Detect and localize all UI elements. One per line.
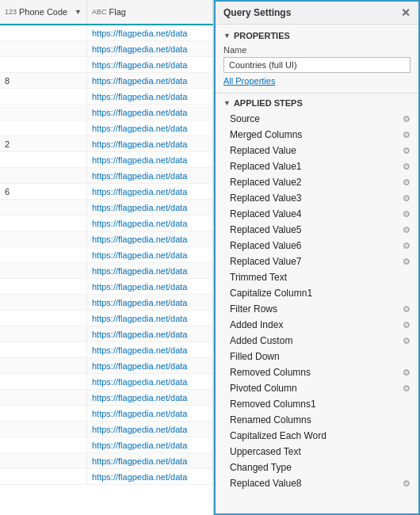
step-item[interactable]: Replaced Value6⚙: [216, 238, 418, 254]
step-item[interactable]: Replaced Value5⚙: [216, 222, 418, 238]
gear-icon[interactable]: ⚙: [403, 130, 410, 140]
step-name: Filled Down: [230, 351, 280, 362]
step-item[interactable]: Replaced Value1⚙: [216, 158, 418, 174]
table-row: https://flagpedia.net/data: [0, 311, 213, 326]
table-row: https://flagpedia.net/data: [0, 216, 213, 231]
col-label-flag: Flag: [109, 7, 126, 17]
step-name: Pivoted Column: [230, 383, 297, 394]
cell-phone-code: [0, 263, 87, 278]
step-item[interactable]: Replaced Value3⚙: [216, 190, 418, 206]
gear-icon[interactable]: ⚙: [403, 304, 410, 315]
step-item[interactable]: Trimmed Text⚙: [216, 269, 418, 285]
step-name: Changed Type: [230, 462, 292, 473]
gear-icon[interactable]: ⚙: [403, 383, 410, 394]
gear-icon[interactable]: ⚙: [403, 368, 410, 378]
step-item[interactable]: Uppercased Text⚙: [216, 444, 418, 460]
gear-icon[interactable]: ⚙: [403, 320, 410, 330]
cell-phone-code: [0, 295, 87, 310]
step-item[interactable]: Filter Rows⚙: [216, 301, 418, 317]
step-name: Capitalize Column1: [230, 288, 312, 299]
close-button[interactable]: ✕: [401, 6, 410, 19]
cell-phone-code: 2: [0, 136, 87, 151]
query-name-input[interactable]: [223, 57, 410, 73]
cell-phone-code: [0, 469, 87, 484]
step-name: Capitalized Each Word: [230, 430, 326, 441]
cell-phone-code: [0, 437, 87, 452]
step-item[interactable]: Removed Columns1⚙: [216, 396, 418, 412]
gear-icon[interactable]: ⚙: [403, 241, 410, 251]
column-header-flag[interactable]: ABC Flag: [87, 0, 213, 24]
step-item[interactable]: Capitalized Each Word⚙: [216, 428, 418, 444]
step-item[interactable]: Capitalize Column1⚙: [216, 285, 418, 301]
step-item[interactable]: Pivoted Column⚙: [216, 380, 418, 396]
gear-icon[interactable]: ⚙: [403, 336, 410, 346]
cell-phone-code: [0, 422, 87, 437]
gear-icon[interactable]: ⚙: [403, 257, 410, 267]
step-name: Uppercased Text: [230, 446, 301, 457]
gear-icon[interactable]: ⚙: [403, 225, 410, 235]
step-name: Replaced Value1: [230, 161, 302, 172]
step-name: Replaced Value2: [230, 177, 302, 188]
step-item[interactable]: Changed Type⚙: [216, 460, 418, 475]
applied-steps-section: ▼ APPLIED STEPS Source⚙Merged Columns⚙Re…: [216, 93, 418, 513]
step-item[interactable]: Source⚙: [216, 111, 418, 127]
cell-flag-url: https://flagpedia.net/data: [87, 469, 213, 484]
step-name: Trimmed Text: [230, 272, 287, 283]
panel-title-bar: Query Settings ✕: [216, 2, 418, 25]
type-icon-phone: 123: [5, 8, 17, 16]
step-item[interactable]: Merged Columns⚙: [216, 127, 418, 143]
table-row: https://flagpedia.net/data: [0, 263, 213, 279]
gear-icon[interactable]: ⚙: [403, 193, 410, 204]
cell-phone-code: [0, 216, 87, 231]
step-name: Removed Columns: [230, 367, 311, 378]
step-name: Replaced Value8: [230, 478, 302, 489]
step-item[interactable]: Replaced Value8⚙: [216, 475, 418, 491]
step-item[interactable]: Added Index⚙: [216, 317, 418, 333]
table-row: 8https://flagpedia.net/data: [0, 73, 213, 89]
cell-phone-code: [0, 105, 87, 120]
name-label: Name: [223, 45, 410, 55]
cell-flag-url: https://flagpedia.net/data: [87, 57, 213, 72]
gear-icon[interactable]: ⚙: [403, 209, 410, 219]
cell-flag-url: https://flagpedia.net/data: [87, 231, 213, 246]
cell-flag-url: https://flagpedia.net/data: [87, 295, 213, 310]
gear-icon[interactable]: ⚙: [403, 162, 410, 172]
step-item[interactable]: Removed Columns⚙: [216, 364, 418, 380]
step-item[interactable]: Replaced Value4⚙: [216, 206, 418, 222]
gear-icon[interactable]: ⚙: [403, 479, 410, 489]
gear-icon[interactable]: ⚙: [403, 146, 410, 156]
gear-icon[interactable]: ⚙: [403, 177, 410, 188]
step-item[interactable]: Replaced Value7⚙: [216, 254, 418, 269]
cell-flag-url: https://flagpedia.net/data: [87, 136, 213, 151]
cell-phone-code: [0, 390, 87, 405]
step-item[interactable]: Added Custom⚙: [216, 333, 418, 349]
table-row: https://flagpedia.net/data: [0, 469, 213, 485]
data-table: 123 Phone Code ▼ ABC Flag https://flagpe…: [0, 0, 214, 515]
step-name: Renamed Columns: [230, 414, 311, 425]
table-rows: https://flagpedia.net/datahttps://flagpe…: [0, 25, 213, 515]
triangle-icon: ▼: [223, 32, 231, 40]
step-name: Added Custom: [230, 335, 292, 346]
table-row: https://flagpedia.net/data: [0, 168, 213, 184]
cell-phone-code: [0, 57, 87, 72]
step-item[interactable]: Filled Down⚙: [216, 349, 418, 364]
column-header-phone-code[interactable]: 123 Phone Code ▼: [0, 0, 87, 24]
step-name: Replaced Value3: [230, 193, 302, 204]
step-item[interactable]: Replaced Value⚙: [216, 143, 418, 158]
step-item[interactable]: Replaced Value2⚙: [216, 174, 418, 190]
cell-flag-url: https://flagpedia.net/data: [87, 453, 213, 468]
cell-phone-code: [0, 279, 87, 294]
table-row: https://flagpedia.net/data: [0, 406, 213, 422]
gear-icon[interactable]: ⚙: [403, 114, 410, 124]
panel-title-text: Query Settings: [223, 7, 291, 18]
cell-phone-code: [0, 200, 87, 215]
all-properties-link[interactable]: All Properties: [223, 76, 275, 86]
filter-icon-phone[interactable]: ▼: [74, 8, 82, 16]
table-row: https://flagpedia.net/data: [0, 105, 213, 120]
table-row: https://flagpedia.net/data: [0, 374, 213, 390]
cell-phone-code: [0, 406, 87, 421]
cell-flag-url: https://flagpedia.net/data: [87, 105, 213, 120]
cell-flag-url: https://flagpedia.net/data: [87, 247, 213, 262]
step-item[interactable]: Renamed Columns⚙: [216, 412, 418, 428]
table-row: https://flagpedia.net/data: [0, 89, 213, 105]
